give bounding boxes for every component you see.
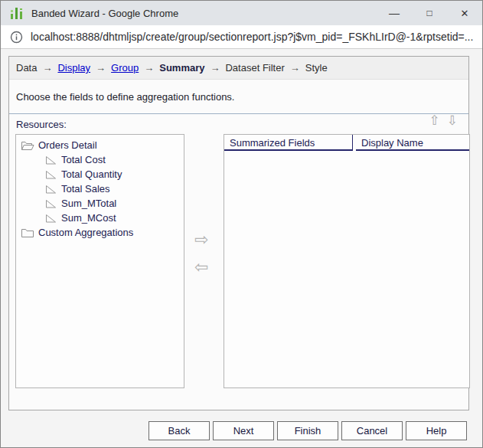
resources-tree: Orders DetailTotal CostTotal QuantityTot… (15, 134, 184, 388)
wizard-main: Resources: ⇧ ⇩ Orders DetailTotal CostTo… (9, 114, 468, 409)
help-button[interactable]: Help (406, 421, 467, 440)
cancel-button[interactable]: Cancel (341, 421, 403, 440)
tree-item-label: Total Sales (61, 183, 110, 195)
table-body (224, 151, 469, 388)
tree-item-total-cost[interactable]: Total Cost (16, 152, 184, 167)
back-button[interactable]: Back (148, 421, 210, 440)
footer-buttons: BackNextFinishCancelHelp (148, 421, 467, 440)
address-bar: localhost:8888/dhtmljsp/create/group/sec… (1, 25, 482, 49)
tree-item-label: Total Quantity (61, 168, 122, 180)
url-text[interactable]: localhost:8888/dhtmljsp/create/group/sec… (31, 31, 473, 43)
window-title: Banded Wizard - Google Chrome (31, 8, 178, 19)
summary-field-icon (43, 198, 57, 209)
next-button[interactable]: Next (213, 421, 274, 440)
close-button[interactable]: ✕ (447, 1, 482, 25)
browser-window: Banded Wizard - Google Chrome — □ ✕ loca… (0, 0, 483, 448)
summary-field-icon (43, 155, 57, 165)
page-content: Data→Display→Group→Summary→Dataset Filte… (1, 49, 482, 447)
column-header-display-name: Display Name (356, 135, 469, 151)
breadcrumb-arrow-icon: → (144, 62, 154, 74)
maximize-button[interactable]: □ (412, 1, 447, 25)
tree-item-total-quantity[interactable]: Total Quantity (16, 167, 184, 181)
move-up-button[interactable]: ⇧ (429, 114, 440, 127)
summary-field-icon (43, 169, 57, 180)
breadcrumb-step-summary: Summary (159, 62, 204, 74)
move-up-down-group: ⇧ ⇩ (429, 114, 459, 127)
breadcrumb-step-group[interactable]: Group (111, 62, 139, 74)
folder-open-icon (20, 140, 34, 151)
folder-closed-icon (20, 227, 34, 238)
tree-item-label: Orders Detail (38, 139, 97, 151)
breadcrumb-arrow-icon: → (96, 62, 106, 74)
breadcrumb-arrow-icon: → (42, 62, 52, 74)
page-info-button[interactable] (10, 31, 23, 44)
breadcrumb-step-style: Style (305, 62, 328, 74)
tree-item-total-sales[interactable]: Total Sales (16, 181, 184, 196)
tree-item-label: Custom Aggregations (38, 227, 133, 238)
summary-field-icon (43, 213, 57, 224)
table-header: Summarized Fields Display Name (224, 135, 469, 151)
instruction-text: Choose the fields to define aggregation … (9, 80, 468, 114)
tree-item-sum-mcost[interactable]: Sum_MCost (16, 211, 184, 225)
summary-field-icon (43, 184, 57, 195)
remove-field-button[interactable]: ⇦ (194, 259, 208, 276)
resources-label: Resources: (16, 119, 67, 130)
summary-table: Summarized Fields Display Name (224, 134, 470, 388)
breadcrumb-step-data: Data (16, 62, 37, 74)
column-header-summarized-fields: Summarized Fields (224, 135, 353, 151)
finish-button[interactable]: Finish (277, 421, 338, 440)
title-bar: Banded Wizard - Google Chrome — □ ✕ (1, 1, 482, 25)
tree-item-orders-detail[interactable]: Orders Detail (16, 138, 184, 152)
breadcrumb-arrow-icon: → (290, 62, 300, 74)
breadcrumb-step-display[interactable]: Display (57, 62, 90, 74)
move-down-button[interactable]: ⇩ (447, 114, 458, 127)
minimize-button[interactable]: — (377, 1, 412, 25)
info-circle-icon (10, 31, 23, 44)
tree-item-sum-mtotal[interactable]: Sum_MTotal (16, 196, 184, 211)
wizard-dialog: Data→Display→Group→Summary→Dataset Filte… (8, 56, 469, 410)
window-controls: — □ ✕ (377, 1, 482, 25)
breadcrumb-step-dataset-filter: Dataset Filter (225, 62, 284, 74)
tree-item-label: Sum_MTotal (61, 198, 116, 209)
tree-item-label: Total Cost (61, 154, 106, 165)
breadcrumb-arrow-icon: → (210, 62, 220, 74)
breadcrumb: Data→Display→Group→Summary→Dataset Filte… (9, 57, 468, 80)
tree-item-custom-aggregations[interactable]: Custom Aggregations (16, 225, 184, 240)
add-field-button[interactable]: ⇨ (194, 231, 208, 248)
app-logo-icon (9, 6, 24, 21)
tree-item-label: Sum_MCost (61, 212, 116, 224)
